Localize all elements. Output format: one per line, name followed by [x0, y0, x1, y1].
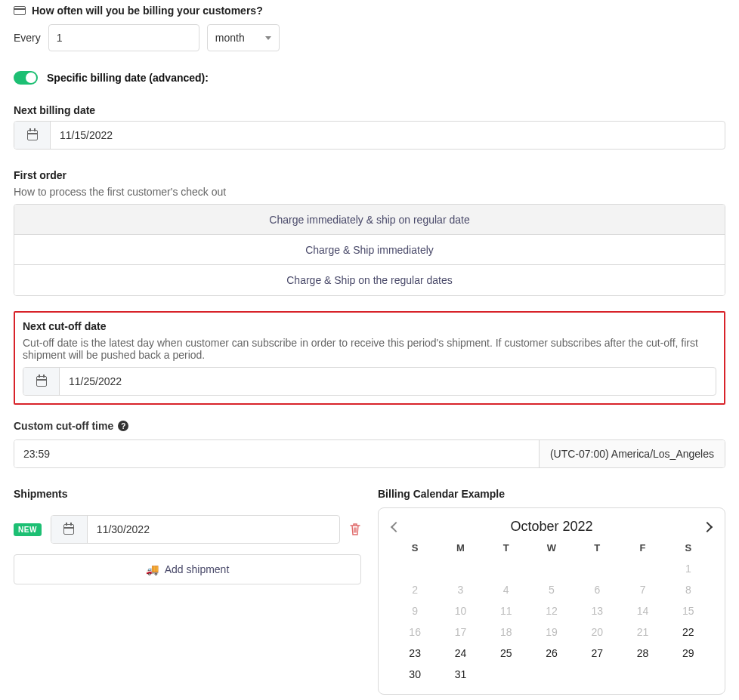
calendar-grid: SMTWTFS......123456789101112131415161718…: [392, 542, 711, 680]
first-order-label: First order: [14, 169, 725, 181]
calendar-dow: W: [529, 542, 574, 554]
calendar-prev-button[interactable]: [391, 521, 401, 532]
calendar-day[interactable]: 19: [529, 626, 574, 638]
calendar-day[interactable]: 5: [529, 584, 574, 596]
calendar-day[interactable]: 24: [438, 647, 483, 659]
calendar-day[interactable]: 20: [574, 626, 620, 638]
every-label: Every: [14, 32, 41, 44]
calendar-day[interactable]: 8: [666, 584, 711, 596]
next-billing-input[interactable]: 11/15/2022: [14, 121, 725, 150]
cutoff-time-input[interactable]: 23:59: [14, 440, 539, 467]
first-order-option[interactable]: Charge & Ship immediately: [14, 235, 725, 265]
calendar-day[interactable]: 10: [438, 605, 483, 617]
calendar-day[interactable]: 4: [484, 584, 529, 596]
cutoff-time-label: Custom cut-off time: [14, 420, 113, 432]
chevron-down-icon: [265, 36, 271, 40]
calendar-day[interactable]: 1: [666, 563, 711, 575]
calendar-icon: [27, 130, 38, 140]
cutoff-time-tz: (UTC-07:00) America/Los_Angeles: [539, 440, 725, 467]
cutoff-subtext: Cut-off date is the latest day when cust…: [23, 337, 716, 361]
calendar-day[interactable]: 2: [392, 584, 438, 596]
specific-billing-toggle[interactable]: [14, 71, 38, 85]
calendar-day[interactable]: 21: [620, 626, 665, 638]
cutoff-input[interactable]: 11/25/2022: [23, 367, 716, 396]
calendar-day[interactable]: 26: [529, 647, 574, 659]
calendar-icon: [36, 376, 47, 387]
calendar-dow: F: [620, 542, 665, 554]
interval-value: 1: [57, 32, 63, 44]
calendar-icon: [63, 524, 74, 535]
cutoff-highlight-box: Next cut-off date Cut-off date is the la…: [14, 311, 725, 405]
calendar-dow: M: [438, 542, 483, 554]
calendar-dow: S: [392, 542, 438, 554]
calendar-day[interactable]: 30: [392, 668, 438, 680]
calendar-day[interactable]: 11: [484, 605, 529, 617]
delete-shipment-button[interactable]: [349, 523, 361, 536]
help-icon[interactable]: ?: [118, 421, 128, 431]
calendar-day[interactable]: 3: [438, 584, 483, 596]
calendar-day[interactable]: 17: [438, 626, 483, 638]
cutoff-value: 11/25/2022: [60, 368, 716, 395]
calendar-day[interactable]: 28: [620, 647, 665, 659]
calendar-day[interactable]: 12: [529, 605, 574, 617]
shipment-date-input[interactable]: 11/30/2022: [51, 515, 340, 544]
calendar-day[interactable]: 25: [484, 647, 529, 659]
calendar-dow: T: [574, 542, 620, 554]
cutoff-label: Next cut-off date: [23, 320, 716, 332]
add-shipment-label: Add shipment: [165, 563, 230, 575]
calendar-day[interactable]: 9: [392, 605, 438, 617]
unit-value: month: [215, 32, 245, 44]
first-order-option[interactable]: Charge & Ship on the regular dates: [14, 265, 725, 295]
calendar-day[interactable]: 22: [666, 626, 711, 638]
next-billing-label: Next billing date: [14, 104, 725, 116]
billing-calendar: October 2022 SMTWTFS......12345678910111…: [378, 507, 725, 695]
shipment-date-value: 11/30/2022: [88, 516, 339, 543]
billing-frequency-label: How often will you be billing your custo…: [32, 5, 263, 17]
calendar-day[interactable]: 7: [620, 584, 665, 596]
first-order-option[interactable]: Charge immediately & ship on regular dat…: [14, 205, 725, 235]
calendar-day[interactable]: 29: [666, 647, 711, 659]
calendar-day[interactable]: 27: [574, 647, 620, 659]
new-badge: NEW: [14, 523, 42, 536]
calendar-day[interactable]: 23: [392, 647, 438, 659]
cutoff-time-row: 23:59 (UTC-07:00) America/Los_Angeles: [14, 439, 725, 468]
calendar-day[interactable]: 18: [484, 626, 529, 638]
unit-select[interactable]: month: [207, 24, 280, 51]
add-shipment-button[interactable]: 🚚 Add shipment: [14, 554, 361, 584]
first-order-options: Charge immediately & ship on regular dat…: [14, 204, 725, 296]
creditcard-icon: [14, 6, 26, 15]
calendar-day[interactable]: 16: [392, 626, 438, 638]
billing-calendar-header: Billing Calendar Example: [378, 488, 725, 500]
calendar-day[interactable]: 13: [574, 605, 620, 617]
calendar-day[interactable]: 6: [574, 584, 620, 596]
calendar-dow: S: [666, 542, 711, 554]
calendar-next-button[interactable]: [702, 521, 713, 532]
specific-billing-label: Specific billing date (advanced):: [47, 72, 209, 84]
next-billing-value: 11/15/2022: [51, 122, 725, 149]
shipments-label: Shipments: [14, 488, 361, 500]
calendar-dow: T: [484, 542, 529, 554]
calendar-day[interactable]: 15: [666, 605, 711, 617]
cutoff-time-value: 23:59: [23, 448, 50, 460]
calendar-day[interactable]: 14: [620, 605, 665, 617]
truck-icon: 🚚: [146, 563, 159, 575]
interval-input[interactable]: 1: [48, 24, 199, 51]
first-order-subtext: How to process the first customer's chec…: [14, 186, 725, 198]
calendar-month-label: October 2022: [510, 519, 592, 535]
calendar-day[interactable]: 31: [438, 668, 483, 680]
